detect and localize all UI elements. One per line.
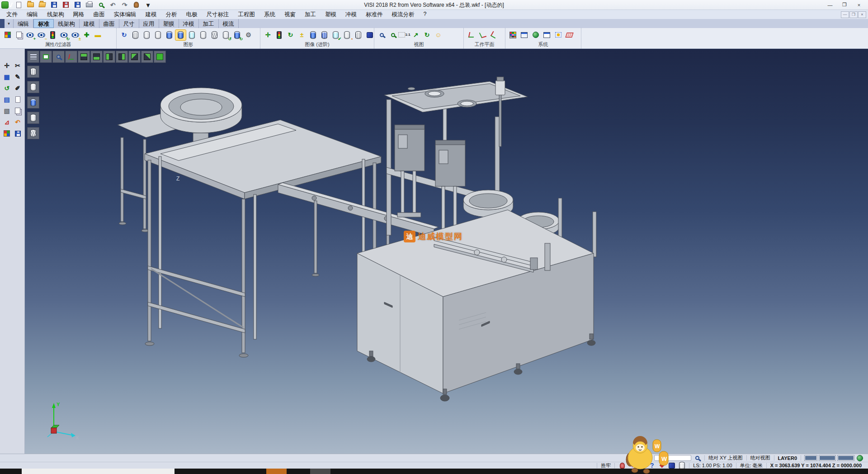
color-swatch[interactable] [805, 455, 817, 460]
hide-entities-icon[interactable]: − [36, 30, 47, 40]
mdi-restore-button[interactable]: ❐ [849, 11, 858, 18]
shade-wireframe-icon[interactable] [27, 66, 39, 78]
color-swatch[interactable] [838, 455, 854, 460]
tab-machining[interactable]: 加工 [199, 19, 219, 28]
zoom-previous-icon[interactable] [377, 30, 387, 40]
menu-item-dimension[interactable]: 尺寸标注 [202, 10, 234, 19]
flat-shaded-mode-icon[interactable] [198, 30, 208, 40]
layer-indicator[interactable]: LAYER0 [778, 455, 797, 461]
tab-mold[interactable]: 塑膜 [159, 19, 179, 28]
grid-config-icon[interactable] [564, 30, 575, 40]
taskbar-item[interactable] [310, 469, 330, 474]
view-menu-icon[interactable] [27, 51, 39, 63]
restore-graphics-icon[interactable]: ↻ [232, 30, 242, 40]
view-axes-icon[interactable] [65, 51, 77, 63]
dashed-hidden-mode-icon[interactable] [153, 30, 163, 40]
snap-lock-label[interactable]: 拴牢 [601, 462, 611, 469]
taskbar-item[interactable] [22, 469, 175, 474]
save-as-icon[interactable] [61, 0, 71, 10]
menu-item-analysis[interactable]: 分析 [161, 10, 182, 19]
view-bottom-icon[interactable] [90, 51, 103, 63]
save-all-icon[interactable] [72, 0, 83, 10]
tab-surface[interactable]: 曲面 [99, 19, 119, 28]
workplane-align-icon[interactable] [477, 30, 488, 40]
menu-item-edit[interactable]: 编辑 [22, 10, 42, 19]
copy-attributes-icon[interactable] [14, 30, 24, 40]
package-status-icon[interactable]: ❖ [658, 462, 665, 469]
layer-tool-icon[interactable]: ▤ [2, 95, 12, 104]
select-tool-icon[interactable]: ✛ [2, 61, 12, 71]
shade-hidden-icon[interactable] [27, 81, 39, 93]
menu-item-solid-edit[interactable]: 实体编辑 [109, 10, 141, 19]
menu-item-surface[interactable]: 曲面 [89, 10, 109, 19]
wireframe-mode-icon[interactable] [130, 30, 141, 40]
save-tool-icon[interactable] [13, 128, 23, 138]
tab-edit[interactable]: 编辑 [14, 19, 33, 28]
view-back-icon[interactable] [116, 51, 128, 63]
tab-die[interactable]: 冲模 [179, 19, 199, 28]
workplane-origin-icon[interactable] [466, 30, 476, 40]
redo-icon[interactable]: ↷ [119, 0, 130, 10]
menu-item-mesh[interactable]: 网格 [69, 10, 89, 19]
solid-shaded-icon[interactable] [308, 30, 318, 40]
compass-tool-icon[interactable]: ⊿ [2, 117, 12, 127]
table-config-icon[interactable] [542, 30, 552, 40]
absolute-view-label[interactable]: 绝对视图 [750, 455, 770, 461]
shade-shaded-icon[interactable] [27, 96, 39, 109]
graphics-options-icon[interactable]: ⚙ [243, 30, 254, 40]
taskbar-item[interactable] [266, 469, 287, 474]
sheet-tool-icon[interactable] [13, 95, 23, 104]
history-icon[interactable] [131, 0, 142, 10]
render-cube-icon[interactable] [364, 30, 375, 40]
view-mode-label[interactable]: 绝对 XY 上视图 [708, 455, 743, 461]
menu-item-window[interactable]: 视窗 [280, 10, 300, 19]
display-settings-icon[interactable] [519, 30, 529, 40]
wand-status-icon[interactable]: ✦ [628, 462, 636, 469]
invert-visibility-icon[interactable]: ± [70, 30, 80, 40]
edit-tool-icon[interactable]: ✐ [13, 83, 23, 93]
toolbar-options-icon[interactable]: ▾ [143, 0, 153, 10]
menu-item-machining[interactable]: 加工 [300, 10, 321, 19]
rotate-tool-icon[interactable]: ↺ [2, 83, 12, 93]
tab-application[interactable]: 应用 [139, 19, 159, 28]
view-left-icon[interactable] [128, 51, 141, 63]
solid-wire-icon[interactable] [353, 30, 363, 40]
fit-view-icon[interactable] [40, 51, 52, 63]
refresh-visibility-icon[interactable]: ↻ [59, 30, 69, 40]
shaded-mode-icon[interactable] [164, 30, 175, 40]
open-file-icon[interactable] [25, 0, 36, 10]
palette-tool-icon[interactable] [2, 128, 12, 138]
hide-all-icon[interactable]: ▬ [93, 30, 103, 40]
viewport-canvas[interactable]: 迪 迪威模型网 Z Y X [25, 49, 868, 454]
undo-tool-icon[interactable]: ↶ [13, 117, 23, 127]
zoom-one-to-one-icon[interactable]: 1:1 [399, 30, 410, 40]
workplane-status-icon[interactable] [668, 462, 675, 469]
menu-item-die[interactable]: 冲模 [341, 10, 361, 19]
menu-item-flow-analysis[interactable]: 模流分析 [387, 10, 419, 19]
tab-flow[interactable]: 模流 [219, 19, 239, 28]
view-orient-icon[interactable]: ☺ [433, 30, 443, 40]
zoom-dynamic-icon[interactable] [52, 51, 65, 63]
menu-item-drawing[interactable]: 工程图 [234, 10, 260, 19]
print-preview-icon[interactable] [96, 0, 106, 10]
stamp-status-icon[interactable] [618, 462, 626, 469]
system-config-icon[interactable] [530, 30, 541, 40]
sketch-tool-icon[interactable]: ✎ [13, 72, 23, 82]
solid-striped-icon[interactable] [319, 30, 330, 40]
mdi-close-button[interactable]: × [858, 11, 866, 18]
menu-item-electrode[interactable]: 电极 [182, 10, 202, 19]
menu-item-system[interactable]: 系统 [259, 10, 280, 19]
visi-logo-icon[interactable]: V [2, 0, 12, 10]
shaded-edges-mode-icon[interactable] [175, 30, 186, 40]
menu-item-wireframe[interactable]: 线架构 [42, 10, 69, 19]
view-front-icon[interactable] [103, 51, 115, 63]
doc-tool-icon[interactable] [13, 106, 23, 116]
snap-config-icon[interactable] [553, 30, 563, 40]
tab-wireframe[interactable]: 线架构 [54, 19, 80, 28]
new-file-icon[interactable] [14, 0, 24, 10]
zoom-window-icon[interactable] [388, 30, 398, 40]
user-badge[interactable]: A [646, 455, 652, 461]
advanced-refresh-icon[interactable]: ↻ [285, 30, 296, 40]
workplane-rotate-icon[interactable] [489, 30, 499, 40]
advanced-invert-icon[interactable]: ± [297, 30, 307, 40]
